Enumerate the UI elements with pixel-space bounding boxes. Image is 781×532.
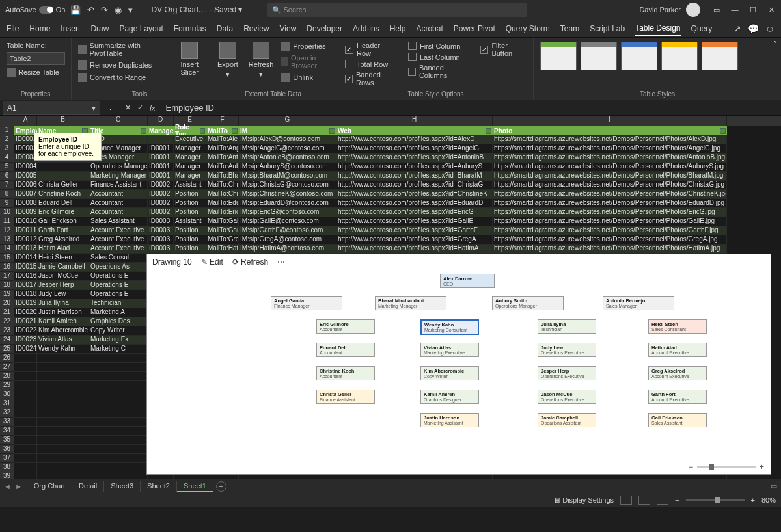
cell[interactable]: ID0001 — [148, 144, 174, 153]
cell[interactable]: Justin Harrison — [37, 308, 89, 317]
cell[interactable]: Executive — [174, 135, 206, 144]
cell[interactable] — [89, 354, 148, 363]
tab-developer[interactable]: Developer — [307, 21, 342, 36]
cell[interactable]: ID0018 — [14, 290, 37, 299]
cell[interactable]: ID0022 — [14, 326, 37, 336]
row-head[interactable]: 11 — [0, 217, 14, 226]
cell[interactable]: Manager — [174, 153, 206, 163]
header-row-check[interactable]: ✓Header Row — [345, 40, 396, 59]
cell[interactable]: MailTo:Gar — [206, 226, 239, 235]
cell[interactable]: IM:sip:GregA@contoso.com — [239, 235, 336, 245]
cell[interactable] — [37, 172, 89, 181]
row-head[interactable]: 21 — [0, 308, 14, 317]
org-node[interactable]: Greg AkselrodAccount Executive — [648, 366, 707, 380]
cell[interactable]: Julia Ilyina — [37, 299, 89, 308]
cell[interactable] — [14, 436, 37, 445]
cell[interactable]: Account Executive — [89, 245, 148, 254]
cell[interactable]: ID0004 — [14, 163, 37, 172]
row-head[interactable]: 8 — [0, 190, 14, 199]
cell[interactable]: ID0001 — [148, 172, 174, 181]
cell[interactable]: MailTo:Aub — [206, 163, 239, 172]
cell[interactable] — [37, 472, 89, 479]
tab-insert[interactable]: Insert — [61, 21, 80, 36]
cell[interactable]: ID0002 — [148, 190, 174, 199]
cell[interactable]: Sales Assistant — [89, 217, 148, 226]
cell[interactable]: ID0003 — [148, 235, 174, 245]
share-icon[interactable]: ↗ — [733, 23, 741, 34]
cell[interactable] — [14, 418, 37, 427]
cell[interactable]: Gail Erickson — [37, 217, 89, 226]
cell[interactable] — [89, 390, 148, 399]
name-box[interactable]: A1▾ — [3, 101, 100, 115]
cell[interactable]: http://www.contoso.com/profiles.aspx?id=… — [336, 153, 493, 163]
hscroll-placeholder[interactable]: ▭ — [771, 482, 777, 490]
cell[interactable]: http://www.contoso.com/profiles.aspx?id=… — [336, 135, 493, 144]
cell[interactable]: https://smartdiagrams.azurewebsites.net/… — [493, 153, 727, 163]
cell[interactable]: Eric Gilmore — [37, 208, 89, 217]
table-header-cell[interactable]: IM — [239, 126, 336, 135]
cell[interactable]: Opearions As — [89, 263, 148, 272]
tab-team[interactable]: Team — [560, 21, 579, 36]
minimize-icon[interactable]: — — [730, 6, 739, 14]
cell[interactable] — [37, 427, 89, 436]
record-icon[interactable]: ◉ — [115, 5, 122, 15]
row-head[interactable]: 35 — [0, 436, 14, 445]
cell[interactable] — [89, 363, 148, 372]
cell[interactable]: Accountant — [89, 199, 148, 208]
cell[interactable] — [14, 454, 37, 463]
row-head[interactable]: 22 — [0, 317, 14, 326]
org-node[interactable]: Alex DarrowCEO — [440, 274, 495, 288]
cell[interactable]: Sales Consul — [89, 254, 148, 263]
table-style-gallery[interactable] — [540, 40, 738, 70]
row-head[interactable]: 3 — [0, 144, 14, 153]
fx-icon[interactable]: fx — [150, 104, 156, 112]
row-head[interactable]: 20 — [0, 299, 14, 308]
embedded-drawing[interactable]: Drawing 10 ✎ Edit ⟳ Refresh ⋯ Alex Darro… — [146, 254, 771, 475]
cell[interactable]: https://smartdiagrams.azurewebsites.net/… — [493, 144, 727, 153]
cell[interactable] — [14, 354, 37, 363]
drawing-refresh-button[interactable]: ⟳ Refresh — [232, 258, 268, 267]
cell[interactable]: https://smartdiagrams.azurewebsites.net/… — [493, 163, 727, 172]
org-node[interactable]: Hatim AiadAccount Executive — [648, 343, 707, 357]
cell[interactable]: IM:sip:AuburyS@contoso.com — [239, 163, 336, 172]
org-node[interactable]: Eric GilmoreAccountant — [316, 319, 375, 334]
cell[interactable]: Jason McCue — [37, 272, 89, 281]
cell[interactable]: Position — [174, 208, 206, 217]
row-head[interactable]: 13 — [0, 235, 14, 245]
row-head[interactable]: 39 — [0, 472, 14, 479]
cell[interactable]: MailTo:Edu — [206, 199, 239, 208]
cell[interactable]: IM:sip:AngelG@contoso.com — [239, 144, 336, 153]
cell[interactable]: Eduard Dell — [37, 199, 89, 208]
zoom-in-icon[interactable]: + — [751, 496, 755, 504]
table-style-swatch[interactable] — [621, 42, 657, 70]
undo-icon[interactable]: ↶ — [87, 5, 94, 15]
cell[interactable]: Position — [174, 226, 206, 235]
cell[interactable]: Position — [174, 235, 206, 245]
cell[interactable] — [37, 418, 89, 427]
cell[interactable]: ID0006 — [14, 181, 37, 190]
cell[interactable]: Kamil Amireh — [37, 317, 89, 326]
remove-dupes-button[interactable]: Remove Duplicates — [78, 59, 172, 71]
sheet-tab-detail[interactable]: Detail — [72, 481, 104, 492]
row-head[interactable]: 30 — [0, 390, 14, 399]
insert-slicer-button[interactable]: InsertSlicer — [178, 40, 201, 77]
filter-button-check[interactable]: ✓Filter Button — [480, 40, 527, 59]
cell[interactable]: http://www.contoso.com/profiles.aspx?id=… — [336, 172, 493, 181]
cell[interactable] — [37, 381, 89, 390]
row-head[interactable]: 38 — [0, 463, 14, 472]
cell[interactable]: Heidi Steen — [37, 254, 89, 263]
ribbon-display-icon[interactable]: ▭ — [712, 6, 721, 14]
table-header-cell[interactable]: Manager — [148, 126, 174, 135]
cell[interactable]: Judy Lew — [37, 290, 89, 299]
cell[interactable]: http://www.contoso.com/profiles.aspx?id=… — [336, 181, 493, 190]
row-head[interactable]: 1 — [0, 126, 14, 135]
org-node[interactable]: Christa GellerFinance Assistant — [316, 390, 375, 404]
row-head[interactable]: 7 — [0, 181, 14, 190]
cell[interactable]: http://www.contoso.com/profiles.aspx?id=… — [336, 208, 493, 217]
org-node[interactable]: Aubury SmithOperations Manager — [492, 296, 564, 310]
first-col-check[interactable]: First Column — [408, 40, 469, 51]
zoom-level[interactable]: 80% — [761, 496, 776, 504]
cell[interactable] — [14, 372, 37, 381]
tab-power-pivot[interactable]: Power Pivot — [454, 21, 495, 36]
cell[interactable]: https://smartdiagrams.azurewebsites.net/… — [493, 217, 727, 226]
